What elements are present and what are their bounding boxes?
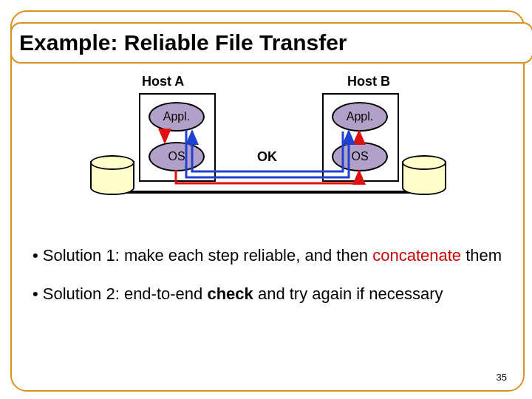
slide-number: 35 xyxy=(497,372,507,383)
ok-label: OK xyxy=(257,149,277,165)
title-bar: Example: Reliable File Transfer xyxy=(10,22,532,64)
b2-post: and try again if necessary xyxy=(253,284,443,303)
slide-frame: Example: Reliable File Transfer Host A H… xyxy=(10,10,525,392)
network-line xyxy=(120,191,415,194)
b1-post: them xyxy=(461,246,502,265)
bullet-2: • Solution 2: end-to-end check and try a… xyxy=(33,284,505,304)
disk-top xyxy=(402,155,446,170)
host-b-appl: Appl. xyxy=(332,102,388,132)
bullets: • Solution 1: make each step reliable, a… xyxy=(33,245,505,321)
bullet-1: • Solution 1: make each step reliable, a… xyxy=(33,245,505,266)
b1-red: concatenate xyxy=(372,246,461,265)
slide-title: Example: Reliable File Transfer xyxy=(19,30,347,55)
disk-b xyxy=(402,155,443,198)
diagram: Host A Host B Appl. OS Appl. OS OK xyxy=(12,71,523,226)
b1-pre: • Solution 1: make each step reliable, a… xyxy=(33,246,372,265)
host-a-appl: Appl. xyxy=(149,102,205,132)
host-b-os: OS xyxy=(332,142,388,171)
disk-a xyxy=(90,155,132,198)
b2-bold: check xyxy=(207,284,253,303)
b2-pre: • Solution 2: end-to-end xyxy=(33,284,207,303)
host-a-label: Host A xyxy=(142,74,184,89)
disk-top xyxy=(90,155,134,170)
host-b-label: Host B xyxy=(347,74,390,89)
host-a-os: OS xyxy=(149,142,205,171)
